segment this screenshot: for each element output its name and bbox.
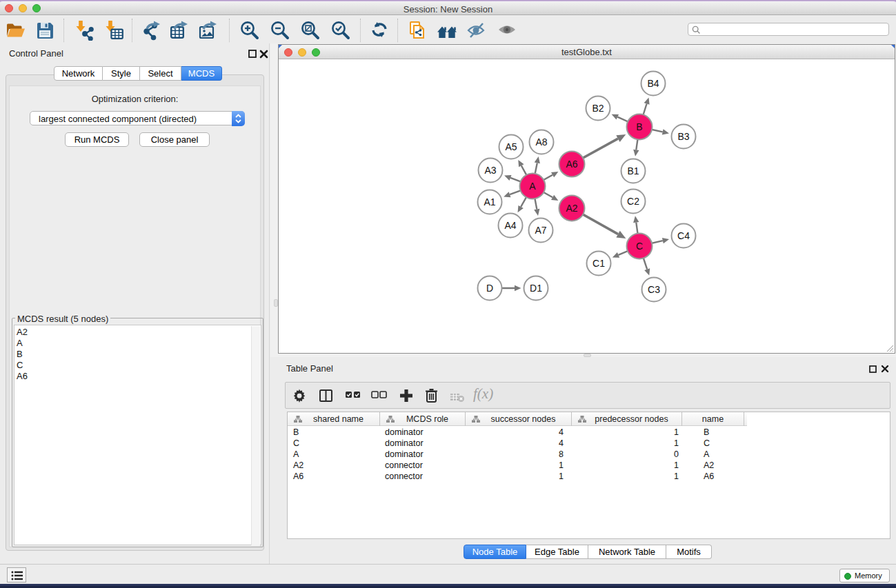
svg-text:C2: C2	[627, 196, 639, 207]
svg-text:A7: A7	[535, 225, 546, 236]
svg-text:B1: B1	[627, 165, 639, 176]
svg-text:A1: A1	[484, 196, 495, 207]
svg-text:A2: A2	[566, 203, 577, 214]
svg-text:B3: B3	[677, 131, 689, 142]
svg-text:B: B	[636, 121, 642, 132]
svg-text:C3: C3	[648, 284, 660, 295]
svg-text:C: C	[636, 241, 643, 252]
svg-text:C4: C4	[677, 230, 690, 241]
svg-text:A3: A3	[484, 165, 496, 176]
svg-text:B4: B4	[647, 78, 659, 89]
svg-text:A5: A5	[505, 141, 517, 152]
svg-text:A8: A8	[535, 136, 547, 148]
svg-text:A6: A6	[566, 159, 577, 170]
svg-text:D: D	[486, 283, 493, 294]
svg-text:B2: B2	[592, 103, 604, 114]
svg-text:D1: D1	[530, 283, 542, 294]
svg-text:A: A	[529, 181, 536, 192]
svg-text:C1: C1	[593, 258, 605, 269]
svg-text:A4: A4	[504, 220, 516, 231]
